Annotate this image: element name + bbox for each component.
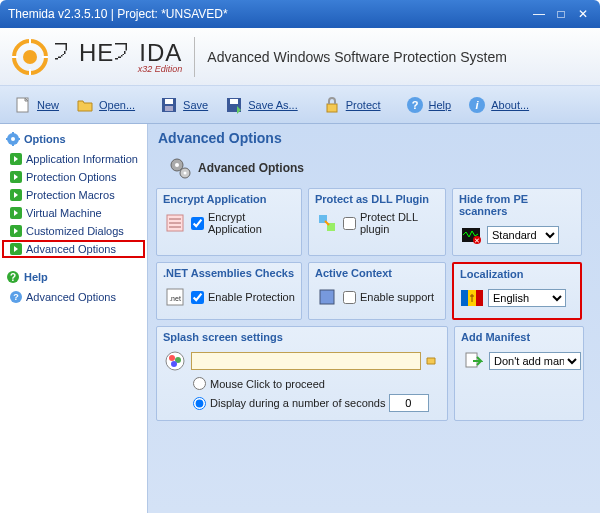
manifest-icon xyxy=(461,349,485,373)
svg-text:?: ? xyxy=(411,99,418,111)
content: Options Application Information Protecti… xyxy=(0,124,600,513)
gear-icon xyxy=(6,132,20,146)
net-icon: .net xyxy=(163,285,187,309)
save-button[interactable]: Save xyxy=(152,90,215,120)
protect-button[interactable]: Protect xyxy=(315,90,388,120)
main-title: Advanced Options xyxy=(148,124,600,150)
titlebar: Themida v2.3.5.10 | Project: *UNSAVED* —… xyxy=(0,0,600,28)
new-button[interactable]: New xyxy=(6,90,66,120)
svg-rect-11 xyxy=(230,99,238,104)
encrypt-icon xyxy=(163,211,187,235)
sidebar: Options Application Information Protecti… xyxy=(0,124,148,513)
new-icon xyxy=(13,95,33,115)
svg-rect-5 xyxy=(42,56,48,58)
svg-text:.net: .net xyxy=(169,295,181,302)
save-icon xyxy=(159,95,179,115)
pe-select[interactable]: Standard xyxy=(487,226,559,244)
brand: ᄀHEᄀIDA x32 Edition xyxy=(54,39,182,74)
help-button[interactable]: ? Help xyxy=(398,90,459,120)
sidebar-item-app-info[interactable]: Application Information xyxy=(2,150,145,168)
minimize-button[interactable]: — xyxy=(530,5,548,23)
pe-icon: ✕ xyxy=(459,223,483,247)
splash-radio-seconds[interactable]: Display during a number of seconds xyxy=(193,394,441,412)
toolbar: New Open... Save Save As... Protect ? He… xyxy=(0,86,600,124)
main-header: Advanced Options xyxy=(148,150,600,188)
sidebar-help-advanced[interactable]: ?Advanced Options xyxy=(2,288,145,306)
active-icon xyxy=(315,285,339,309)
sidebar-item-dialogs[interactable]: Customized Dialogs xyxy=(2,222,145,240)
arrow-icon xyxy=(10,225,22,237)
gears-icon xyxy=(168,156,192,180)
window-title: Themida v2.3.5.10 | Project: *UNSAVED* xyxy=(8,7,228,21)
header-subtitle: Advanced Windows Software Protection Sys… xyxy=(207,49,507,65)
header: ᄀHEᄀIDA x32 Edition Advanced Windows Sof… xyxy=(0,28,600,86)
arrow-icon xyxy=(10,207,22,219)
open-button[interactable]: Open... xyxy=(68,90,142,120)
maximize-button[interactable]: □ xyxy=(552,5,570,23)
svg-text:✕: ✕ xyxy=(474,237,480,244)
svg-point-53 xyxy=(171,361,177,367)
splash-icon xyxy=(163,349,187,373)
svg-rect-2 xyxy=(29,39,31,45)
svg-rect-9 xyxy=(165,106,173,111)
svg-rect-3 xyxy=(29,69,31,75)
sidebar-item-vm[interactable]: Virtual Machine xyxy=(2,204,145,222)
svg-point-51 xyxy=(169,355,175,361)
divider xyxy=(194,37,195,77)
svg-point-32 xyxy=(175,163,179,167)
panel-pe-scanners: Hide from PE scanners ✕ Standard xyxy=(452,188,582,256)
sidebar-item-advanced[interactable]: Advanced Options xyxy=(2,240,145,258)
open-icon xyxy=(75,95,95,115)
logo-icon xyxy=(10,37,50,77)
arrow-icon xyxy=(10,153,22,165)
splash-radio-mouse-input[interactable] xyxy=(193,377,206,390)
saveas-icon xyxy=(224,95,244,115)
about-button[interactable]: i About... xyxy=(460,90,536,120)
encrypt-checkbox[interactable] xyxy=(191,217,204,230)
panel-manifest: Add Manifest Don't add manifest xyxy=(454,326,584,421)
brand-name: ᄀHEᄀIDA xyxy=(54,39,182,67)
manifest-select[interactable]: Don't add manifest xyxy=(489,352,581,370)
close-button[interactable]: ✕ xyxy=(574,5,592,23)
svg-rect-47 xyxy=(461,290,468,306)
sidebar-item-protection[interactable]: Protection Options xyxy=(2,168,145,186)
help-icon: ? xyxy=(6,270,20,284)
panel-active-context: Active Context Enable support xyxy=(308,262,446,320)
svg-point-50 xyxy=(166,352,184,370)
sidebar-item-macros[interactable]: Protection Macros xyxy=(2,186,145,204)
browse-icon[interactable] xyxy=(425,354,437,368)
splash-radio-seconds-input[interactable] xyxy=(193,397,206,410)
locale-select[interactable]: English xyxy=(488,289,566,307)
arrow-icon xyxy=(10,189,22,201)
svg-point-18 xyxy=(11,137,15,141)
arrow-icon xyxy=(10,243,22,255)
splash-seconds-input[interactable] xyxy=(389,394,429,412)
dll-icon xyxy=(315,211,339,235)
svg-point-34 xyxy=(184,172,187,175)
saveas-button[interactable]: Save As... xyxy=(217,90,305,120)
panel-dll: Protect as DLL Plugin Protect DLL plugin xyxy=(308,188,446,256)
splash-file-input[interactable] xyxy=(191,352,421,370)
svg-rect-8 xyxy=(165,99,173,104)
svg-point-1 xyxy=(23,50,37,64)
flag-icon xyxy=(460,286,484,310)
panel-localization: Localization English xyxy=(452,262,582,320)
active-checkbox[interactable] xyxy=(343,291,356,304)
net-checkbox[interactable] xyxy=(191,291,204,304)
svg-rect-4 xyxy=(12,56,18,58)
dll-checkbox[interactable] xyxy=(343,217,356,230)
splash-radio-mouse[interactable]: Mouse Click to proceed xyxy=(193,377,441,390)
question-icon: ? xyxy=(10,291,22,303)
logo: ᄀHEᄀIDA x32 Edition xyxy=(10,37,182,77)
about-icon: i xyxy=(467,95,487,115)
panel-net: .NET Assemblies Checks .net Enable Prote… xyxy=(156,262,302,320)
sidebar-options-header[interactable]: Options xyxy=(2,128,145,150)
panel-encrypt: Encrypt Application Encrypt Application xyxy=(156,188,302,256)
svg-rect-12 xyxy=(327,104,337,112)
svg-rect-49 xyxy=(476,290,483,306)
protect-icon xyxy=(322,95,342,115)
sidebar-help-header[interactable]: ? Help xyxy=(2,266,145,288)
arrow-icon xyxy=(10,171,22,183)
svg-rect-46 xyxy=(320,290,334,304)
help-icon: ? xyxy=(405,95,425,115)
